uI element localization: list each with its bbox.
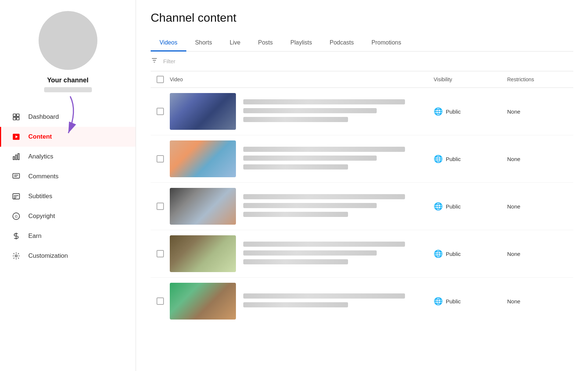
sidebar-item-earn[interactable]: Earn [0, 226, 136, 246]
video-thumbnail [170, 140, 236, 177]
restrictions-cell: None [507, 251, 573, 257]
table-row: 🌐 Public None [151, 278, 573, 325]
channel-name: Your channel [47, 76, 89, 84]
row-checkbox[interactable] [157, 297, 164, 305]
svg-rect-9 [18, 154, 19, 160]
restrictions-cell: None [507, 108, 573, 115]
tab-shorts[interactable]: Shorts [186, 35, 221, 51]
sidebar-item-content[interactable]: Content [0, 127, 136, 147]
table-row: 🌐 Public None [151, 183, 573, 230]
sidebar-item-label: Subtitles [28, 193, 52, 200]
sidebar-item-label: Customization [28, 252, 68, 260]
sidebar-item-customization[interactable]: Customization [0, 246, 136, 266]
filter-placeholder[interactable]: Filter [163, 58, 175, 64]
row-checkbox-cell [151, 203, 170, 210]
video-title-blur [243, 99, 405, 104]
restrictions-cell: None [507, 298, 573, 304]
table-row: 🌐 Public None [151, 88, 573, 135]
svg-rect-13 [13, 194, 19, 199]
sidebar-item-label: Copyright [28, 213, 55, 220]
visibility-cell: 🌐 Public [434, 202, 507, 211]
video-meta-blur [243, 164, 348, 170]
tab-videos[interactable]: Videos [151, 35, 186, 51]
video-info [243, 99, 434, 124]
video-meta-blur [243, 212, 348, 217]
header-visibility: Visibility [434, 76, 507, 82]
svg-rect-2 [13, 117, 16, 120]
sidebar-item-label: Content [28, 133, 52, 140]
visibility-value: Public [446, 251, 461, 257]
sidebar-item-analytics[interactable]: Analytics [0, 147, 136, 167]
svg-text:©: © [15, 214, 18, 219]
tab-live[interactable]: Live [221, 35, 249, 51]
table-row: 🌐 Public None [151, 230, 573, 278]
select-all-checkbox[interactable] [157, 76, 164, 83]
visibility-cell: 🌐 Public [434, 154, 507, 163]
sidebar-item-copyright[interactable]: © Copyright [0, 206, 136, 226]
video-subtitle-blur [243, 203, 377, 208]
tab-playlists[interactable]: Playlists [282, 35, 321, 51]
sidebar-item-label: Dashboard [28, 113, 59, 121]
globe-icon: 🌐 [434, 297, 443, 306]
video-title-blur [243, 293, 405, 299]
analytics-icon [11, 152, 21, 161]
tab-promotions[interactable]: Promotions [363, 35, 410, 51]
channel-handle [44, 87, 92, 92]
main-content: Channel content Videos Shorts Live Posts… [136, 0, 588, 371]
filter-icon [151, 57, 158, 66]
sidebar-item-label: Comments [28, 173, 58, 180]
row-checkbox[interactable] [157, 203, 164, 210]
visibility-cell: 🌐 Public [434, 297, 507, 306]
video-cell [170, 93, 434, 130]
row-checkbox[interactable] [157, 155, 164, 163]
subtitles-icon [11, 192, 21, 201]
sidebar-nav: Dashboard Content [0, 107, 136, 266]
video-info [243, 242, 434, 266]
table-row: 🌐 Public None [151, 135, 573, 183]
video-thumbnail [170, 93, 236, 130]
sidebar-item-dashboard[interactable]: Dashboard [0, 107, 136, 127]
video-subtitle-blur [243, 108, 377, 113]
video-title-blur [243, 194, 405, 199]
visibility-cell: 🌐 Public [434, 107, 507, 116]
visibility-value: Public [446, 108, 461, 115]
globe-icon: 🌐 [434, 249, 443, 258]
video-title-blur [243, 147, 405, 152]
video-cell [170, 140, 434, 177]
globe-icon: 🌐 [434, 202, 443, 211]
video-subtitle-blur [243, 302, 348, 307]
page-title: Channel content [151, 11, 573, 25]
row-checkbox-cell [151, 250, 170, 257]
video-subtitle-blur [243, 156, 377, 161]
sidebar-item-subtitles[interactable]: Subtitles [0, 186, 136, 206]
tab-posts[interactable]: Posts [249, 35, 282, 51]
row-checkbox[interactable] [157, 250, 164, 257]
restrictions-cell: None [507, 203, 573, 210]
svg-point-20 [15, 255, 17, 257]
tabs-container: Videos Shorts Live Posts Playlists Podca… [151, 35, 573, 51]
video-thumbnail [170, 235, 236, 272]
sidebar: Your channel Dashboard Co [0, 0, 136, 371]
customization-icon [11, 251, 21, 261]
video-cell [170, 188, 434, 225]
restrictions-cell: None [507, 156, 573, 162]
visibility-value: Public [446, 298, 461, 304]
content-icon [11, 132, 21, 142]
tab-podcasts[interactable]: Podcasts [321, 35, 363, 51]
sidebar-item-label: Earn [28, 232, 42, 240]
video-meta-blur [243, 117, 348, 122]
sidebar-item-comments[interactable]: Comments [0, 167, 136, 186]
row-checkbox[interactable] [157, 108, 164, 115]
video-title-blur [243, 242, 405, 247]
comments-icon [11, 172, 21, 181]
select-all-checkbox-cell [151, 76, 170, 83]
svg-rect-8 [15, 155, 17, 160]
video-thumbnail [170, 283, 236, 320]
row-checkbox-cell [151, 297, 170, 305]
copyright-icon: © [11, 211, 21, 221]
svg-rect-3 [17, 117, 19, 120]
video-info [243, 194, 434, 218]
svg-rect-10 [13, 174, 19, 178]
sidebar-item-label: Analytics [28, 153, 53, 160]
table-header: Video Visibility Restrictions [151, 71, 573, 88]
